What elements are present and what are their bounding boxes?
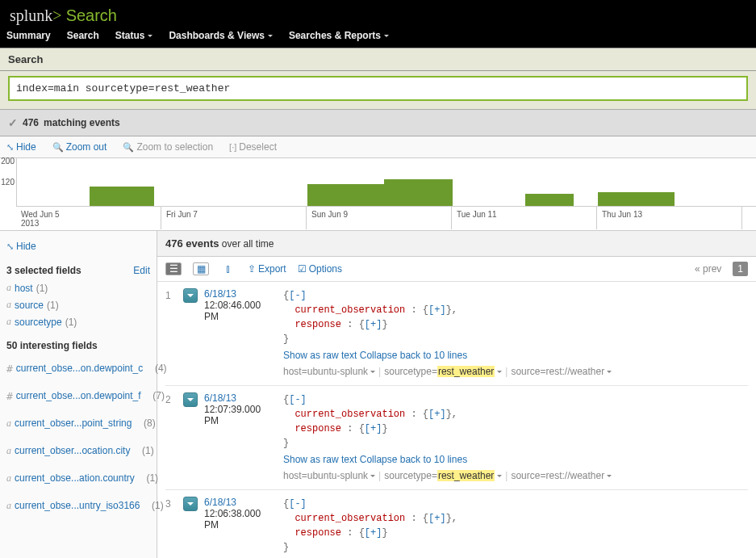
collapse-toggle[interactable]: [-] [289, 394, 307, 405]
bar[interactable] [598, 192, 675, 206]
deselect-icon: [·] [229, 142, 236, 152]
search-row [0, 71, 756, 109]
nav-search[interactable]: Search [67, 30, 99, 41]
collapse-toggle[interactable]: [-] [289, 290, 307, 301]
host-value[interactable]: ubuntu-splunk [307, 366, 368, 377]
chevron-down-icon [187, 294, 194, 297]
event-row: 2 6/18/1312:07:39.000 PM {[-] current_ob… [165, 386, 748, 490]
events-list: 1 6/18/1312:08:46.000 PM {[-] current_ob… [157, 282, 756, 558]
nav-searches-reports[interactable]: Searches & Reports [289, 30, 389, 41]
timeline-chart[interactable]: 200 120 Wed Jun 52013 Fri Jun 7 Sun Jun … [0, 158, 756, 231]
event-number: 3 [165, 497, 183, 558]
sourcetype-value[interactable]: rest_weather [437, 470, 495, 481]
field-item[interactable]: #current_obse...on.dewpoint_c (4) [6, 355, 150, 382]
field-item[interactable]: ahost(1) [6, 279, 150, 296]
field-item[interactable]: acurrent_obse...untry_iso3166 (1) [6, 492, 150, 519]
field-item[interactable]: acurrent_obse...ation.country (1) [6, 464, 150, 492]
chevron-down-icon [148, 35, 152, 37]
chevron-down-icon[interactable] [607, 475, 612, 477]
collapse-toggle[interactable]: [-] [289, 498, 307, 510]
nav-label: Summary [6, 30, 51, 41]
expand-toggle[interactable]: [+] [365, 319, 382, 330]
event-meta: host=ubuntu-splunk|sourcetype=rest_weath… [283, 468, 748, 483]
chevron-down-icon[interactable] [607, 371, 612, 373]
table-view-button[interactable]: ▦ [193, 262, 209, 275]
event-number: 1 [165, 288, 183, 379]
source-value[interactable]: rest://weather [545, 366, 604, 377]
field-item[interactable]: #current_obse...on.dewpoint_f (7) [6, 382, 150, 409]
field-item[interactable]: acurrent_obser...point_string (8) [6, 409, 150, 437]
chart-view-button[interactable]: ⫿ [220, 262, 236, 275]
export-button[interactable]: ⇪Export [248, 263, 286, 275]
interesting-fields-header: 50 interesting fields [6, 340, 150, 351]
x-tick: Fri Jun 7 [161, 207, 307, 229]
zoomsel-label: Zoom to selection [136, 141, 213, 153]
expand-toggle[interactable]: [+] [365, 527, 382, 539]
expand-event-button[interactable] [183, 392, 198, 407]
options-label: Options [309, 263, 342, 275]
source-value[interactable]: rest://weather [545, 470, 604, 481]
chevron-down-icon [187, 398, 194, 401]
expand-event-button[interactable] [183, 288, 198, 303]
hide-label: Hide [16, 241, 36, 252]
deselect-label: Deselect [239, 141, 277, 153]
chevron-down-icon[interactable] [370, 475, 375, 477]
results-panel: 476 events over all time ☰ ▦ ⫿ ⇪Export ☑… [157, 231, 756, 558]
expand-event-button[interactable] [183, 497, 198, 511]
nav-summary[interactable]: Summary [6, 30, 51, 41]
prev-page-button[interactable]: « prev [695, 263, 721, 275]
field-item[interactable]: asource(1) [6, 296, 150, 313]
collapse-lines-button[interactable]: Collapse back to 10 lines [360, 350, 467, 361]
zoom-out-button[interactable]: 🔍Zoom out [52, 141, 107, 153]
event-timestamp: 6/18/1312:08:46.000 PM [204, 288, 283, 379]
chevron-down-icon[interactable] [497, 475, 502, 477]
edit-fields-button[interactable]: Edit [133, 265, 150, 276]
host-value[interactable]: ubuntu-splunk [307, 470, 368, 481]
field-item[interactable]: asourcetype(1) [6, 313, 150, 330]
field-item[interactable]: acurrent_obser...ocation.city (1) [6, 437, 150, 464]
fields-sidebar: ⤡Hide 3 selected fields Edit ahost(1) as… [0, 231, 157, 558]
chevron-down-icon [384, 35, 389, 37]
list-view-button[interactable]: ☰ [165, 262, 182, 275]
expand-toggle[interactable]: [+] [428, 304, 446, 316]
collapse-lines-button[interactable]: Collapse back to 10 lines [360, 454, 467, 465]
bar[interactable] [384, 179, 453, 206]
collapse-icon: ⤡ [6, 241, 14, 252]
logo: splunk> Search [0, 0, 756, 28]
sidebar-hide-button[interactable]: ⤡Hide [6, 236, 150, 257]
event-row: 1 6/18/1312:08:46.000 PM {[-] current_ob… [165, 282, 748, 386]
events-header: 476 events over all time [157, 231, 756, 257]
hide-button[interactable]: ⤡Hide [6, 141, 36, 153]
search-input[interactable] [8, 76, 748, 101]
event-meta: host=ubuntu-splunk|sourcetype=rest_weath… [283, 364, 748, 379]
event-timestamp: 6/18/1312:06:38.000 PM [204, 497, 283, 558]
expand-toggle[interactable]: [+] [428, 409, 446, 420]
timeline-controls: ⤡Hide 🔍Zoom out 🔍Zoom to selection [·]De… [0, 136, 756, 158]
expand-toggle[interactable]: [+] [365, 423, 382, 434]
nav-dashboards[interactable]: Dashboards & Views [169, 30, 273, 41]
options-button[interactable]: ☑Options [298, 263, 342, 275]
chevron-down-icon[interactable] [370, 371, 375, 373]
bars [16, 158, 756, 207]
chevron-down-icon [187, 502, 194, 506]
matching-events-bar: ✓ 476 matching events [0, 109, 756, 136]
logo-app: Search [66, 6, 117, 24]
sourcetype-value[interactable]: rest_weather [437, 366, 495, 377]
x-axis: Wed Jun 52013 Fri Jun 7 Sun Jun 9 Tue Ju… [16, 207, 756, 229]
show-raw-button[interactable]: Show as raw text [283, 350, 357, 361]
hide-label: Hide [16, 141, 36, 153]
bar[interactable] [90, 187, 154, 206]
chevron-down-icon[interactable] [497, 371, 502, 373]
nav-label: Status [115, 30, 145, 41]
page-number[interactable]: 1 [733, 262, 748, 276]
bar[interactable] [307, 184, 384, 206]
nav-status[interactable]: Status [115, 30, 153, 41]
logo-splunk: splunk [10, 6, 52, 24]
event-number: 2 [165, 392, 183, 483]
app-header: splunk> Search Summary Search Status Das… [0, 0, 756, 48]
bar[interactable] [525, 194, 574, 206]
search-label: Search [0, 48, 756, 71]
results-toolbar: ☰ ▦ ⫿ ⇪Export ☑Options « prev 1 [157, 257, 756, 282]
expand-toggle[interactable]: [+] [428, 513, 446, 524]
show-raw-button[interactable]: Show as raw text [283, 454, 357, 465]
